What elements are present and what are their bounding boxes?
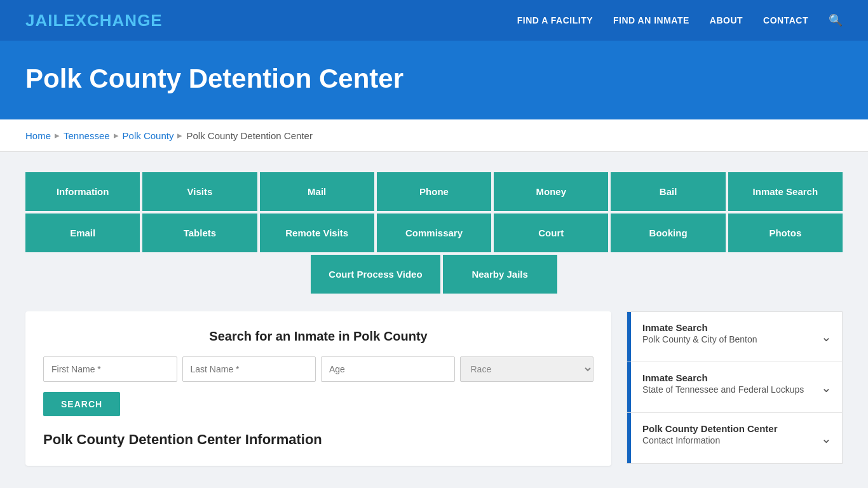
btn-information[interactable]: Information: [25, 172, 140, 211]
search-icon[interactable]: 🔍: [829, 13, 843, 27]
nav-find-inmate[interactable]: FIND AN INMATE: [613, 15, 689, 25]
breadcrumb-polk-county[interactable]: Polk County: [123, 130, 174, 141]
btn-email[interactable]: Email: [25, 214, 140, 252]
button-grid-row2: Email Tablets Remote Visits Commissary C…: [25, 214, 843, 252]
lower-section: Search for an Inmate in Polk County Race…: [25, 311, 843, 466]
logo-part2: EXCHANGE: [64, 11, 162, 30]
age-input[interactable]: [321, 356, 455, 382]
chevron-down-icon-2: ⌄: [821, 413, 842, 463]
nav-about[interactable]: ABOUT: [710, 15, 743, 25]
button-grid-row1: Information Visits Mail Phone Money Bail…: [25, 172, 843, 211]
btn-phone[interactable]: Phone: [377, 172, 491, 211]
sidebar-card-sub-0: Polk County & City of Benton: [642, 334, 810, 344]
button-grid-row3: Court Process Video Nearby Jails: [25, 255, 843, 294]
btn-money[interactable]: Money: [494, 172, 608, 211]
content-area: Information Visits Mail Phone Money Bail…: [0, 152, 868, 486]
breadcrumb-current: Polk County Detention Center: [186, 130, 312, 141]
breadcrumb-tennessee[interactable]: Tennessee: [64, 130, 110, 141]
btn-bail[interactable]: Bail: [611, 172, 725, 211]
btn-court-process-video[interactable]: Court Process Video: [311, 255, 440, 294]
page-title: Polk County Detention Center: [25, 64, 843, 94]
sidebar-card-title-1: Inmate Search: [642, 372, 810, 383]
sidebar-card-body-1: Inmate Search State of Tennessee and Fed…: [631, 362, 821, 412]
sidebar-card-0[interactable]: Inmate Search Polk County & City of Bent…: [627, 311, 843, 362]
nav-find-facility[interactable]: FIND A FACILITY: [517, 15, 593, 25]
breadcrumb: Home ▸ Tennessee ▸ Polk County ▸ Polk Co…: [0, 119, 868, 152]
header: JAILEXCHANGE FIND A FACILITY FIND AN INM…: [0, 0, 868, 41]
breadcrumb-sep-3: ▸: [177, 130, 182, 141]
btn-nearby-jails[interactable]: Nearby Jails: [443, 255, 557, 294]
btn-remote-visits[interactable]: Remote Visits: [260, 214, 374, 252]
logo-part1: JAIL: [25, 11, 64, 30]
btn-booking[interactable]: Booking: [611, 214, 725, 252]
last-name-input[interactable]: [182, 356, 316, 382]
logo[interactable]: JAILEXCHANGE: [25, 11, 163, 30]
sidebar-card-2[interactable]: Polk County Detention Center Contact Inf…: [627, 413, 843, 464]
sidebar-card-body-0: Inmate Search Polk County & City of Bent…: [631, 312, 821, 362]
search-fields: Race White Black Hispanic Asian Other: [43, 356, 593, 382]
main-nav: FIND A FACILITY FIND AN INMATE ABOUT CON…: [517, 13, 843, 27]
nav-contact[interactable]: CONTACT: [763, 15, 808, 25]
hero-section: Polk County Detention Center: [0, 41, 868, 119]
sidebar-card-1[interactable]: Inmate Search State of Tennessee and Fed…: [627, 362, 843, 413]
sidebar-card-title-0: Inmate Search: [642, 322, 810, 333]
race-select[interactable]: Race White Black Hispanic Asian Other: [460, 356, 594, 382]
chevron-down-icon-0: ⌄: [821, 312, 842, 362]
sidebar-card-title-2: Polk County Detention Center: [642, 423, 810, 434]
breadcrumb-home[interactable]: Home: [25, 130, 51, 141]
btn-inmate-search[interactable]: Inmate Search: [728, 172, 843, 211]
sidebar-card-sub-1: State of Tennessee and Federal Lockups: [642, 384, 810, 395]
btn-commissary[interactable]: Commissary: [377, 214, 491, 252]
btn-court[interactable]: Court: [494, 214, 608, 252]
btn-visits[interactable]: Visits: [142, 172, 257, 211]
search-button[interactable]: SEARCH: [43, 392, 120, 416]
breadcrumb-sep-1: ▸: [55, 130, 60, 141]
btn-tablets[interactable]: Tablets: [142, 214, 257, 252]
breadcrumb-sep-2: ▸: [114, 130, 119, 141]
first-name-input[interactable]: [43, 356, 177, 382]
search-title: Search for an Inmate in Polk County: [43, 329, 593, 344]
sidebar-card-body-2: Polk County Detention Center Contact Inf…: [631, 413, 821, 463]
sidebar-card-sub-2: Contact Information: [642, 435, 810, 445]
section-heading: Polk County Detention Center Information: [43, 431, 593, 448]
chevron-down-icon-1: ⌄: [821, 362, 842, 412]
btn-photos[interactable]: Photos: [728, 214, 843, 252]
search-panel: Search for an Inmate in Polk County Race…: [25, 311, 611, 466]
sidebar: Inmate Search Polk County & City of Bent…: [627, 311, 843, 464]
btn-mail[interactable]: Mail: [260, 172, 374, 211]
